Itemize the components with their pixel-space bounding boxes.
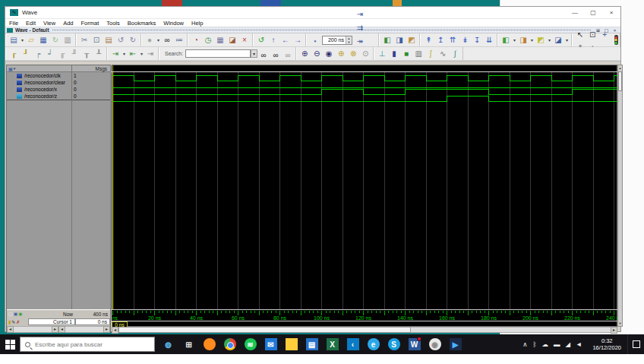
menu-item-add[interactable]: Add — [59, 20, 77, 27]
signal-row-clear[interactable]: /reconocedor/clear 0 — [7, 79, 110, 86]
add-cursor-dropdown-icon[interactable]: ▾ — [122, 49, 127, 59]
edit-insert-pulse-icon[interactable]: ┎ — [8, 49, 20, 59]
horizontal-scroll-thumb[interactable] — [118, 327, 411, 333]
scroll-down-icon[interactable]: ▼ — [618, 321, 622, 326]
cursor-row[interactable]: ▮ ✎ ✗ Cursor 1 0 ns — [7, 318, 110, 326]
find-options-icon[interactable]: ∞ — [283, 50, 294, 61]
contains-filter-icon[interactable]: ≔ — [174, 35, 185, 46]
add-to-wave-icon[interactable]: ◧ — [500, 35, 512, 46]
menu-item-view[interactable]: View — [39, 20, 59, 27]
task-view-icon[interactable]: ⊞ — [178, 334, 199, 354]
view-analog-icon[interactable]: ▥ — [413, 49, 425, 59]
taskbar-clock[interactable]: 0:32 16/12/2020 — [592, 337, 621, 351]
redo-icon[interactable]: ↻ — [128, 35, 139, 46]
view-literal-icon[interactable]: ⊥ — [377, 49, 388, 59]
scroll-down-icon[interactable]: ⇊ — [484, 35, 495, 46]
maximize-button[interactable]: ▢ — [584, 7, 602, 18]
zoom-out-icon[interactable]: ⊖ — [311, 49, 323, 59]
expand-down-icon[interactable]: ↡ — [459, 35, 471, 46]
view-event-icon[interactable]: ■ — [401, 49, 412, 59]
store-icon[interactable]: ▤ — [301, 334, 322, 354]
onedrive-cloud-icon[interactable]: ☁ — [541, 340, 548, 348]
word-icon[interactable]: W — [404, 334, 425, 354]
zoom-mode-icon[interactable]: ⊡ — [587, 30, 598, 40]
run-length-input[interactable]: 200 ns ▴▾ — [322, 36, 352, 45]
edit-move-icon[interactable]: ╜ — [69, 49, 80, 59]
refresh-icon[interactable]: ↻ — [50, 35, 62, 46]
minimize-button[interactable]: — — [566, 7, 584, 18]
add-to-list-dropdown-icon[interactable]: ▾ — [530, 35, 535, 46]
find-prev-icon[interactable]: ∞ — [270, 50, 282, 61]
taskbar-search[interactable] — [20, 337, 155, 352]
view-logic-icon[interactable]: ▮ — [389, 49, 400, 59]
scroll-right-icon[interactable]: ► — [52, 326, 58, 333]
edit-extend-icon[interactable]: ┰ — [81, 49, 93, 59]
menu-item-edit[interactable]: Edit — [22, 20, 39, 27]
add-to-dataflow-icon[interactable]: ◪ — [553, 35, 564, 46]
firefox-icon[interactable] — [199, 334, 219, 354]
lock-cursor-icon[interactable]: ⇥ — [145, 49, 156, 59]
menu-item-bookmarks[interactable]: Bookmarks — [124, 20, 160, 27]
spotify-icon[interactable]: ≋ — [240, 334, 260, 354]
add-to-log-dropdown-icon[interactable]: ▾ — [548, 35, 552, 46]
cortana-icon[interactable]: ◍ — [158, 334, 178, 354]
back-icon[interactable]: ← — [280, 35, 292, 46]
continue-run-icon[interactable]: ⇉ — [355, 23, 366, 33]
scroll-up-icon[interactable]: ▲ — [618, 65, 622, 71]
cursor-delete-icon[interactable]: ✗ — [16, 319, 20, 325]
sim-clock-icon[interactable]: ◷ — [203, 35, 214, 46]
signal-panel-header[interactable]: ▦ ▾ Msgs — [7, 65, 110, 72]
menu-item-help[interactable]: Help — [188, 20, 207, 27]
run-all-icon[interactable]: ↠ — [355, 36, 366, 47]
find-next-icon[interactable]: ∞ — [258, 50, 270, 61]
action-center-button[interactable] — [627, 334, 644, 354]
add-to-dataflow-dropdown-icon[interactable]: ▾ — [565, 35, 570, 46]
profile-icon[interactable]: ◧ — [382, 35, 393, 46]
panel-horizontal-scrollbar[interactable]: ◄ ► ◄ ► — [7, 326, 110, 333]
edit-delete-edge-icon[interactable]: ┚ — [21, 49, 32, 59]
media-player-icon[interactable]: ◉ — [425, 334, 445, 354]
expand-up-icon[interactable]: ↟ — [423, 35, 434, 46]
taskbar-search-input[interactable] — [33, 340, 140, 349]
edit-change-icon[interactable]: ┸ — [93, 49, 105, 59]
column-divider[interactable] — [71, 65, 72, 326]
new-file-icon[interactable]: ▤ — [8, 35, 20, 46]
menu-item-file[interactable]: File — [5, 20, 22, 27]
move-to-bottom-icon[interactable]: ↧ — [472, 35, 483, 46]
step-up-icon[interactable]: ↑ — [268, 35, 279, 46]
view-hold-icon[interactable]: ∫ — [450, 49, 461, 59]
paste-icon[interactable]: ▤ — [103, 35, 115, 46]
edge-icon[interactable]: e — [363, 334, 384, 354]
video-app-icon[interactable]: ▶ — [445, 334, 466, 354]
watch-icon[interactable]: ◪ — [227, 35, 238, 46]
print-icon[interactable]: ▥ — [62, 35, 74, 46]
start-button[interactable] — [0, 334, 20, 354]
forward-icon[interactable]: → — [292, 35, 304, 46]
memory-icon[interactable]: ▦ — [215, 35, 226, 46]
skype-icon[interactable]: S — [384, 334, 404, 354]
run-length-spinner[interactable]: ▴▾ — [346, 36, 352, 44]
time-expand-icon[interactable]: ▢ — [8, 311, 13, 317]
cut-icon[interactable]: ✂ — [79, 35, 90, 46]
time-lock-icon[interactable]: ◉ — [18, 311, 22, 317]
menu-item-format[interactable]: Format — [77, 20, 103, 27]
save-icon[interactable]: ▦ — [38, 35, 49, 46]
volume-icon[interactable]: ◄ — [576, 340, 582, 348]
view-interpolate-icon[interactable]: ∿ — [437, 49, 449, 59]
follow-dropdown-icon[interactable]: ▾ — [156, 35, 161, 46]
traffic-light-icon[interactable] — [614, 35, 618, 45]
cursor-edit-icon[interactable]: ✎ — [11, 319, 15, 325]
pointer-mode-icon[interactable]: ↖ — [575, 30, 586, 40]
open-icon[interactable]: ▱ — [26, 35, 37, 46]
panel-dropdown-icon[interactable]: ▾ — [14, 66, 16, 71]
waveform-canvas[interactable]: 0 ns20 ns40 ns60 ns80 ns100 ns120 ns140 … — [112, 72, 617, 328]
chrome-icon[interactable] — [219, 334, 240, 354]
view-step-icon[interactable]: ʃ — [425, 49, 437, 59]
scroll-up-icon[interactable]: ⇈ — [447, 35, 459, 46]
new-file-dropdown-icon[interactable]: ▾ — [21, 35, 25, 46]
move-to-top-icon[interactable]: ↥ — [435, 35, 447, 46]
restart-icon[interactable]: ↺ — [256, 35, 267, 46]
title-bar[interactable]: ∿ Wave —▢× — [5, 7, 620, 19]
run-icon[interactable]: ⇥ — [355, 9, 366, 20]
update-icon[interactable]: ◩ — [406, 35, 418, 46]
